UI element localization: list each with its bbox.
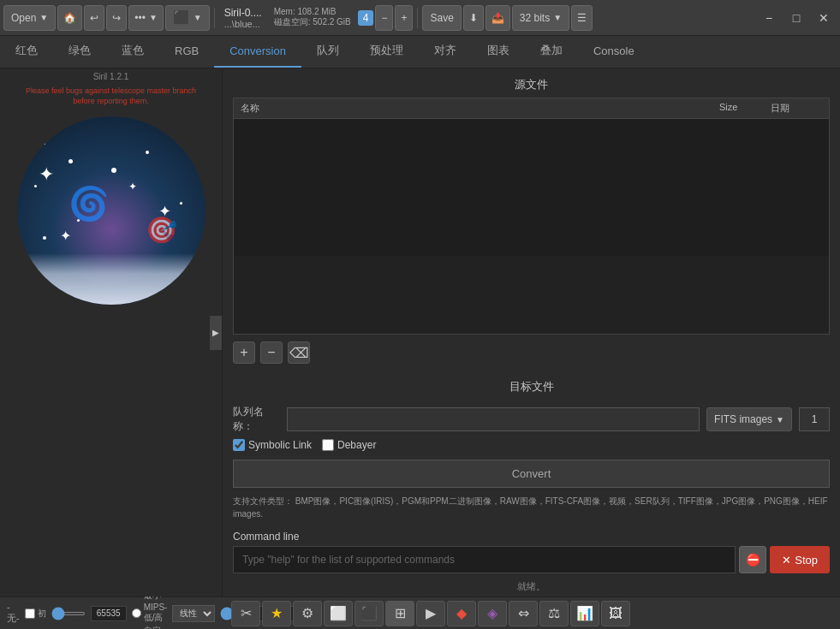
- init-label: 初: [38, 608, 46, 620]
- tool-btn-7[interactable]: ▶: [416, 601, 445, 626]
- star-3: [34, 185, 37, 187]
- tool-btn-9[interactable]: ◈: [478, 601, 507, 626]
- file-table-body: [234, 119, 829, 256]
- slider-1[interactable]: [51, 612, 86, 615]
- command-input-row: ⛔ ✕ Stop: [233, 546, 830, 573]
- tool-btn-8[interactable]: ◆: [447, 601, 476, 626]
- tab-conversion[interactable]: Conversion: [214, 35, 301, 68]
- star-6: [111, 168, 116, 173]
- memory-info: Mem: 108.2 MiB 磁盘空间: 502.2 GiB: [274, 7, 351, 28]
- tab-preprocess[interactable]: 预处理: [354, 35, 419, 68]
- dropdown-arrow-icon: ▼: [776, 415, 784, 424]
- tool-btn-10[interactable]: ⇔: [509, 601, 538, 626]
- symbolic-link-option[interactable]: Symbolic Link: [233, 439, 312, 451]
- separator-1: [214, 8, 215, 28]
- tab-green[interactable]: 绿色: [53, 35, 106, 68]
- file-actions: + − ⌫: [223, 335, 840, 371]
- init-checkbox[interactable]: [25, 608, 35, 619]
- counter-badge: 4: [358, 10, 374, 26]
- preview-notice: Please feel bugs against telescope maste…: [0, 85, 222, 108]
- redo-button[interactable]: ↪: [106, 5, 127, 31]
- tool-btn-12[interactable]: 📊: [570, 601, 599, 626]
- tool-btn-1[interactable]: ✂: [231, 601, 260, 626]
- tool-btn-3[interactable]: ⚙: [293, 601, 322, 626]
- source-title: 源文件: [223, 68, 840, 98]
- tool-btn-2[interactable]: ★: [262, 601, 291, 626]
- queue-row: 队列名称： FITS images ▼ 1: [233, 405, 830, 434]
- debayer-checkbox[interactable]: [322, 439, 334, 451]
- init-checkbox-label[interactable]: 初: [25, 608, 46, 620]
- tab-stack[interactable]: 叠加: [525, 35, 578, 68]
- tab-rgb[interactable]: RGB: [159, 35, 214, 68]
- num-display-1[interactable]: 65535: [91, 606, 127, 621]
- star-8: [43, 236, 46, 240]
- more-button[interactable]: •••▼: [128, 5, 164, 31]
- command-input[interactable]: [233, 546, 736, 573]
- bits-button[interactable]: 32 bits ▼: [512, 5, 569, 31]
- radio-mips-input[interactable]: [132, 608, 141, 618]
- remove-file-button[interactable]: −: [260, 341, 283, 364]
- mode-button[interactable]: ⬛ ▼: [165, 5, 210, 31]
- star-5: [180, 202, 182, 205]
- minus-button[interactable]: −: [375, 5, 393, 31]
- menu-button[interactable]: ☰: [571, 5, 593, 31]
- main-toolbar: Open ▼ 🏠 ↩ ↪ •••▼ ⬛ ▼ Siril-0.... ...\bl…: [0, 0, 840, 36]
- close-button[interactable]: ✕: [811, 5, 837, 31]
- save-button[interactable]: Save: [422, 5, 461, 31]
- debayer-label: Debayer: [337, 439, 376, 451]
- fits-count-input[interactable]: 1: [799, 407, 830, 431]
- cross-star-3: ✦: [128, 181, 137, 193]
- options-row: Symbolic Link Debayer: [233, 439, 830, 451]
- tool-btn-6[interactable]: ⊞: [385, 601, 414, 626]
- symbolic-link-label: Symbolic Link: [248, 439, 312, 451]
- fits-format-dropdown[interactable]: FITS images ▼: [706, 407, 792, 431]
- clear-files-button[interactable]: ⌫: [288, 341, 310, 364]
- expand-panel-button[interactable]: ▶: [210, 316, 222, 350]
- file-table: 名称 Size 日期: [233, 98, 830, 335]
- tool-btn-11[interactable]: ⚖: [539, 601, 569, 626]
- tab-red[interactable]: 红色: [0, 35, 53, 68]
- import-button[interactable]: 📤: [486, 5, 510, 31]
- line-select[interactable]: 线性: [172, 605, 215, 622]
- tab-align[interactable]: 对齐: [419, 35, 472, 68]
- radio-mips[interactable]: MIPS-低/高: [132, 602, 168, 624]
- tab-console[interactable]: Console: [578, 35, 650, 68]
- command-label: Command line: [233, 531, 830, 543]
- stop-icon-button[interactable]: ⛔: [739, 546, 766, 573]
- stop-circle-icon: ⛔: [746, 553, 760, 567]
- stop-x-icon: ✕: [782, 554, 791, 567]
- queue-name-input[interactable]: [287, 407, 700, 431]
- main-layout: Siril 1.2.1 Please feel bugs against tel…: [0, 68, 840, 596]
- stop-button[interactable]: ✕ Stop: [770, 546, 830, 573]
- tool-btn-5[interactable]: ⬛: [354, 601, 384, 626]
- tool-btn-13[interactable]: 🖼: [601, 601, 630, 626]
- bottom-toolbar: -无- 初 65535 最大/最小 MIPS-低/高 自定义 线性 0: [0, 596, 840, 629]
- convert-button[interactable]: Convert: [233, 460, 830, 488]
- col-name-header: 名称: [241, 102, 719, 115]
- radio-custom[interactable]: 自定义: [132, 625, 168, 629]
- symbolic-link-checkbox[interactable]: [233, 439, 245, 451]
- queue-label: 队列名称：: [233, 405, 280, 434]
- preview-image: 🌀 ✦ ✦ ✦ ✦ 🎯: [17, 116, 206, 305]
- tab-blue[interactable]: 蓝色: [106, 35, 159, 68]
- left-panel: Siril 1.2.1 Please feel bugs against tel…: [0, 68, 223, 596]
- app-title: Siril-0.... ...\blue...: [224, 7, 262, 29]
- tool-btn-4[interactable]: ⬜: [324, 601, 353, 626]
- export-button[interactable]: ⬇: [463, 5, 484, 31]
- tab-queue[interactable]: 队列: [301, 35, 354, 68]
- plus-button[interactable]: +: [395, 5, 413, 31]
- home-button[interactable]: 🏠: [57, 5, 82, 31]
- debayer-option[interactable]: Debayer: [322, 439, 376, 451]
- add-file-button[interactable]: +: [233, 341, 255, 364]
- tab-chart[interactable]: 图表: [472, 35, 525, 68]
- open-label: Open: [11, 12, 36, 24]
- minimize-button[interactable]: −: [756, 5, 782, 31]
- tab-bar: 红色 绿色 蓝色 RGB Conversion 队列 预处理 对齐 图表 叠加 …: [0, 36, 840, 68]
- cross-star-2: ✦: [60, 228, 71, 244]
- maximize-button[interactable]: □: [783, 5, 809, 31]
- separator-2: [417, 8, 418, 28]
- open-chevron-icon[interactable]: ▼: [39, 13, 48, 22]
- open-button[interactable]: Open ▼: [3, 5, 56, 31]
- star-2: [69, 159, 73, 163]
- undo-button[interactable]: ↩: [84, 5, 104, 31]
